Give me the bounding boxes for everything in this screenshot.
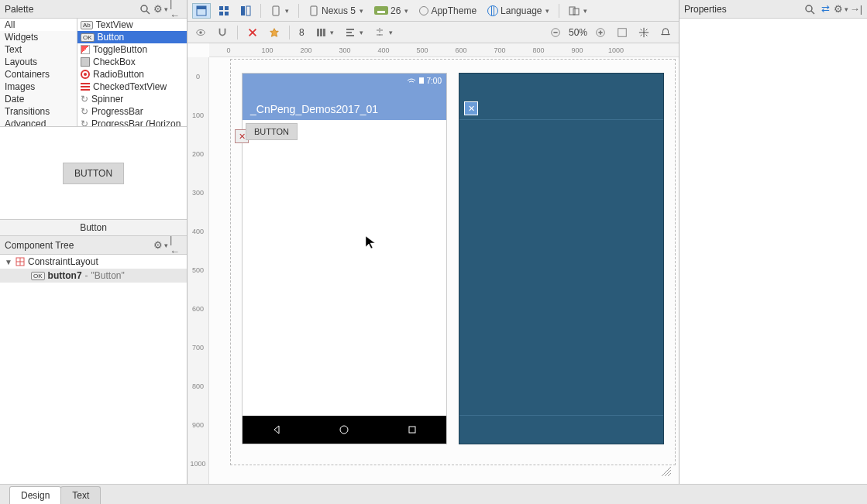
gear-icon[interactable]: ⚙▾ (834, 3, 847, 15)
palette-widget[interactable]: ToggleButton (77, 43, 187, 56)
device-selector[interactable]: Nexus 5▾ (305, 3, 366, 19)
svg-rect-23 (323, 29, 325, 36)
preview-button[interactable]: BUTTON (63, 163, 124, 184)
ruler-vertical: 01002003004005006007008009001000 (188, 57, 209, 484)
palette-category[interactable]: Text (0, 43, 77, 56)
locale-selector[interactable]: Language▾ (484, 3, 552, 19)
tree-child-id: button7 (48, 270, 82, 281)
gear-icon[interactable]: ⚙▾ (154, 239, 167, 252)
palette-category[interactable]: All (0, 19, 77, 31)
guideline-icon[interactable]: ▾ (371, 25, 396, 40)
palette-category[interactable]: Advanced (0, 118, 77, 126)
app-bar: 7:00 _CnPeng_Demos2017_01 (243, 74, 446, 120)
device-button[interactable]: BUTTON (246, 123, 298, 140)
gear-icon[interactable]: ⚙▾ (154, 3, 167, 15)
align-icon[interactable]: ▾ (342, 25, 366, 40)
palette-widget[interactable]: ↻ProgressBar (Horizon (77, 118, 187, 126)
palette-widget[interactable]: CheckedTextView (77, 81, 187, 93)
pack-icon[interactable]: ▾ (312, 25, 337, 40)
svg-rect-16 (573, 9, 579, 15)
swap-icon[interactable]: ⇄ (819, 3, 831, 15)
nav-bar (243, 416, 446, 444)
svg-point-37 (340, 426, 348, 434)
pan-icon[interactable] (635, 25, 652, 40)
svg-rect-36 (419, 77, 424, 84)
variants-icon[interactable]: ▾ (566, 3, 590, 19)
svg-line-40 (665, 470, 671, 476)
orientation-icon[interactable]: ▾ (267, 3, 292, 19)
infer-constraints-icon[interactable] (266, 25, 283, 40)
clear-constraints-icon[interactable] (244, 25, 261, 40)
view-blueprint-icon[interactable] (215, 3, 232, 19)
resize-corner-icon[interactable] (659, 464, 671, 476)
blueprint-handle-icon[interactable]: ✕ (464, 101, 478, 115)
search-icon[interactable] (803, 3, 816, 15)
palette-category[interactable]: Layouts (0, 56, 77, 68)
palette-category[interactable]: Widgets (0, 31, 77, 43)
svg-rect-35 (618, 28, 627, 36)
palette-widget[interactable]: OKButton (77, 31, 187, 43)
search-icon[interactable] (139, 3, 151, 15)
blueprint-preview[interactable]: ✕ (459, 73, 664, 444)
zoom-out-icon[interactable] (547, 25, 564, 40)
editor-mode-tabs: Design Text (0, 484, 867, 504)
default-margin[interactable]: 8 (296, 25, 308, 40)
view-design-icon[interactable] (192, 3, 211, 19)
battery-icon (418, 77, 425, 84)
svg-line-1 (146, 11, 150, 14)
nav-recent-icon[interactable] (407, 424, 418, 435)
collapse-icon[interactable]: |← (170, 239, 182, 252)
api-selector[interactable]: ▬26▾ (371, 3, 411, 19)
tree-child-text: "Button" (91, 270, 125, 281)
tree-title: Component Tree (5, 240, 154, 251)
notification-icon[interactable] (657, 25, 674, 40)
svg-rect-13 (273, 6, 279, 15)
svg-line-41 (668, 473, 671, 476)
editor-toolbar-top: ▾ Nexus 5▾ ▬26▾ AppTheme Language▾ ▾ (188, 0, 679, 22)
tab-text[interactable]: Text (60, 486, 101, 504)
palette-category[interactable]: Date (0, 93, 77, 105)
palette-category[interactable]: Containers (0, 68, 77, 81)
design-surface[interactable]: 01002003004005006007008009001000 0100200… (188, 43, 679, 484)
palette-title: Palette (5, 4, 139, 15)
magnet-icon[interactable] (214, 25, 231, 40)
svg-point-0 (141, 5, 147, 12)
tab-design[interactable]: Design (9, 486, 61, 504)
palette-widget[interactable]: ↻Spinner (77, 93, 187, 105)
zoom-in-icon[interactable] (592, 25, 609, 40)
expand-icon[interactable]: ▼ (5, 258, 12, 266)
tree-root[interactable]: ▼ ConstraintLayout (0, 255, 187, 269)
svg-rect-7 (219, 6, 223, 10)
nav-home-icon[interactable] (339, 424, 349, 435)
svg-point-42 (806, 5, 812, 12)
palette-category[interactable]: Transitions (0, 105, 77, 118)
palette-widget[interactable]: RadioButton (77, 68, 187, 81)
expand-icon[interactable]: →| (850, 3, 862, 15)
tree-child[interactable]: OK button7 - "Button" (0, 269, 187, 283)
tree-header: Component Tree ⚙▾ |← (0, 236, 187, 255)
svg-rect-21 (317, 29, 319, 36)
device-preview[interactable]: ✕ 7:00 _CnPeng_Demos2017_01 BUTTON (242, 73, 447, 444)
eye-icon[interactable] (192, 25, 209, 40)
palette-widget[interactable]: CheckBox (77, 56, 187, 68)
properties-header: Properties ⇄ ⚙▾ →| (679, 0, 867, 19)
properties-title: Properties (684, 4, 803, 15)
palette-category[interactable]: Images (0, 81, 77, 93)
svg-rect-38 (409, 427, 415, 433)
tree-node-label: ConstraintLayout (28, 256, 98, 267)
palette-widget[interactable]: AbTextView (77, 19, 187, 31)
collapse-icon[interactable]: |← (170, 3, 182, 15)
palette-widget-list: AbTextView OKButton ToggleButton CheckBo… (77, 19, 187, 126)
app-title: _CnPeng_Demos2017_01 (250, 103, 378, 115)
palette-categories: All Widgets Text Layouts Containers Imag… (0, 19, 77, 126)
palette-sidebar: Palette ⚙▾ |← All Widgets Text Layouts C… (0, 0, 188, 484)
editor-toolbar-second: 8 ▾ ▾ ▾ 50% (188, 22, 679, 43)
theme-selector[interactable]: AppTheme (416, 3, 480, 19)
view-both-icon[interactable] (237, 3, 254, 19)
svg-rect-10 (225, 12, 229, 15)
properties-sidebar: Properties ⇄ ⚙▾ →| (679, 0, 867, 484)
palette-widget[interactable]: ↻ProgressBar (77, 105, 187, 118)
ruler-horizontal: 01002003004005006007008009001000 (209, 43, 679, 57)
zoom-fit-icon[interactable] (614, 25, 631, 40)
nav-back-icon[interactable] (271, 424, 282, 435)
